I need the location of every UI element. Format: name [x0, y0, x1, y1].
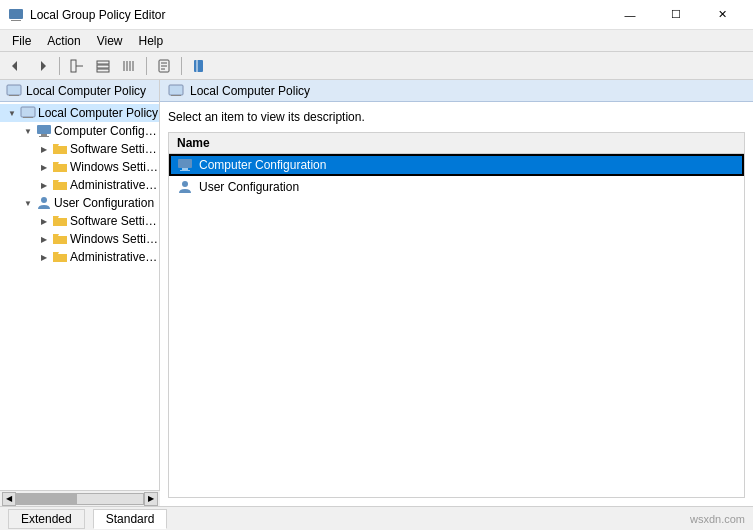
title-controls: — ☐ ✕: [607, 0, 745, 30]
svg-rect-6: [97, 61, 109, 64]
scroll-area: ◀ ▶: [0, 490, 160, 506]
tree-content: ▼ Local Computer Policy ▼: [0, 102, 159, 268]
columns-icon: [122, 59, 136, 73]
toolbar: [0, 52, 753, 80]
svg-rect-21: [21, 107, 35, 117]
tree-label: Software Settings: [68, 214, 159, 228]
tab-standard[interactable]: Standard: [93, 509, 168, 529]
tree-icon: [70, 59, 84, 73]
expand-icon: ▶: [36, 181, 52, 190]
svg-rect-31: [180, 170, 190, 171]
svg-rect-23: [37, 125, 51, 134]
tree-item-computer-configuration[interactable]: ▼ Computer Configura...: [0, 122, 159, 140]
svg-rect-0: [9, 9, 23, 19]
properties-icon: [157, 59, 171, 73]
tree-item-local-computer-policy[interactable]: ▼ Local Computer Policy: [0, 104, 159, 122]
svg-rect-4: [71, 60, 76, 72]
back-icon: [9, 59, 23, 73]
forward-icon: [35, 59, 49, 73]
svg-rect-22: [23, 117, 33, 118]
menu-action[interactable]: Action: [39, 32, 88, 50]
list-item-user-configuration[interactable]: User Configuration: [169, 176, 744, 198]
menu-view[interactable]: View: [89, 32, 131, 50]
close-button[interactable]: ✕: [699, 0, 745, 30]
svg-rect-27: [169, 85, 183, 95]
tree-item-user-configuration[interactable]: ▼ User Configuration: [0, 194, 159, 212]
expand-icon: ▼: [20, 127, 36, 136]
list-column-name: Name: [169, 133, 744, 154]
toolbar-help-button[interactable]: [187, 55, 211, 77]
svg-rect-20: [9, 95, 19, 96]
gpo-icon: [20, 105, 36, 121]
watermark-text: wsxdn.com: [690, 513, 745, 525]
horizontal-scrollbar[interactable]: [16, 493, 144, 505]
status-bar: Extended Standard wsxdn.com: [0, 506, 753, 530]
menu-help[interactable]: Help: [131, 32, 172, 50]
folder-icon: [52, 231, 68, 247]
svg-rect-29: [178, 159, 192, 168]
folder-icon: [52, 159, 68, 175]
list-icon: [96, 59, 110, 73]
svg-point-26: [41, 197, 47, 203]
tree-label: Windows Setting...: [68, 232, 159, 246]
scroll-left-button[interactable]: ◀: [2, 492, 16, 506]
svg-marker-3: [41, 61, 46, 71]
menu-file[interactable]: File: [4, 32, 39, 50]
tree-item-software-settings-2[interactable]: ▶ Software Settings: [0, 212, 159, 230]
svg-rect-1: [11, 20, 21, 21]
toolbar-separator-3: [181, 57, 182, 75]
list-view: Name Computer Configuration: [168, 132, 745, 498]
content-panel: Local Computer Policy Select an item to …: [160, 80, 753, 506]
minimize-button[interactable]: —: [607, 0, 653, 30]
expand-icon: ▶: [36, 235, 52, 244]
tree-item-admin-templates-2[interactable]: ▶ Administrative Te...: [0, 248, 159, 266]
description-text: Select an item to view its description.: [168, 110, 745, 124]
folder-icon: [52, 141, 68, 157]
app-icon: [8, 7, 24, 23]
tree-item-admin-templates-1[interactable]: ▶ Administrative Te...: [0, 176, 159, 194]
svg-rect-28: [171, 95, 181, 96]
tree-label: User Configuration: [52, 196, 154, 210]
scrollbar-thumb: [17, 494, 77, 504]
list-item-label: User Configuration: [199, 180, 299, 194]
maximize-button[interactable]: ☐: [653, 0, 699, 30]
svg-marker-2: [12, 61, 17, 71]
computer-config-icon: [177, 157, 193, 173]
list-item-computer-configuration[interactable]: Computer Configuration: [169, 154, 744, 176]
svg-rect-8: [97, 69, 109, 72]
tree-label: Software Settings: [68, 142, 159, 156]
tree-header: Local Computer Policy: [0, 80, 159, 102]
list-item-label: Computer Configuration: [199, 158, 326, 172]
tree-label: Windows Setting...: [68, 160, 159, 174]
toolbar-show-hide-tree-button[interactable]: [65, 55, 89, 77]
toolbar-properties-button[interactable]: [152, 55, 176, 77]
toolbar-back-button[interactable]: [4, 55, 28, 77]
svg-rect-25: [39, 136, 49, 137]
tab-extended[interactable]: Extended: [8, 509, 85, 529]
content-body: Select an item to view its description. …: [160, 102, 753, 506]
svg-rect-17: [194, 60, 203, 72]
tree-item-software-settings-1[interactable]: ▶ Software Settings: [0, 140, 159, 158]
tree-item-windows-settings-2[interactable]: ▶ Windows Setting...: [0, 230, 159, 248]
toolbar-separator-1: [59, 57, 60, 75]
toolbar-btn2[interactable]: [91, 55, 115, 77]
content-header-icon: [168, 83, 184, 99]
toolbar-separator-2: [146, 57, 147, 75]
help-book-icon: [192, 59, 206, 73]
svg-rect-19: [7, 85, 21, 95]
tree-header-icon: [6, 83, 22, 99]
toolbar-forward-button[interactable]: [30, 55, 54, 77]
tree-label: Administrative Te...: [68, 250, 159, 264]
tree-item-windows-settings-1[interactable]: ▶ Windows Setting...: [0, 158, 159, 176]
expand-icon: ▼: [20, 199, 36, 208]
svg-rect-30: [182, 168, 188, 170]
expand-icon: ▶: [36, 217, 52, 226]
toolbar-btn3[interactable]: [117, 55, 141, 77]
content-header: Local Computer Policy: [160, 80, 753, 102]
title-bar: Local Group Policy Editor — ☐ ✕: [0, 0, 753, 30]
svg-point-32: [182, 181, 188, 187]
expand-icon: ▼: [4, 109, 20, 118]
title-bar-left: Local Group Policy Editor: [8, 7, 165, 23]
scroll-right-button[interactable]: ▶: [144, 492, 158, 506]
user-config-icon: [177, 179, 193, 195]
